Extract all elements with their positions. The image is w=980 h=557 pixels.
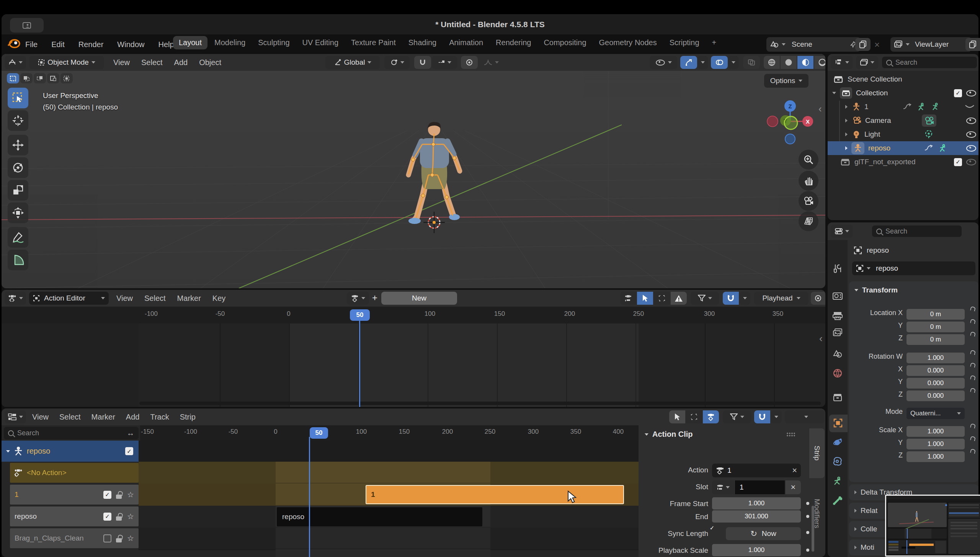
pivot-point-selector[interactable]: [384, 56, 410, 69]
menu-select[interactable]: Select: [141, 58, 163, 67]
tool-rotate[interactable]: [8, 157, 28, 178]
snap-toggle[interactable]: [723, 292, 739, 305]
rotation-x-field[interactable]: 0.000: [906, 365, 965, 376]
tab-layout[interactable]: Layout: [173, 36, 207, 49]
orientation-selector[interactable]: Global: [325, 56, 380, 69]
expand-icon[interactable]: [6, 450, 10, 452]
channel-checkbox[interactable]: [125, 447, 133, 455]
hide-channels-toggle[interactable]: [654, 292, 670, 305]
tool-move[interactable]: [8, 135, 28, 155]
tab-collection-props[interactable]: [833, 393, 842, 402]
menu-add[interactable]: Add: [126, 413, 140, 421]
nla-object-channel[interactable]: reposo: [2, 441, 139, 462]
tab-physics[interactable]: [833, 457, 842, 466]
only-selected-toggle[interactable]: [637, 292, 653, 305]
select-tweak-button[interactable]: [7, 73, 19, 83]
only-selected-toggle[interactable]: [669, 410, 685, 423]
tab-view-layer[interactable]: [833, 328, 843, 337]
hide-icon[interactable]: [966, 90, 976, 96]
tab-bone[interactable]: [833, 496, 842, 505]
transform-panel-header[interactable]: Transform: [854, 286, 898, 294]
new-viewlayer-button[interactable]: [965, 38, 980, 51]
gizmo-toggle[interactable]: [680, 56, 697, 69]
sidebar-tab-strip[interactable]: Strip: [809, 428, 825, 478]
pan-button[interactable]: [799, 171, 818, 191]
outliner-row-gltf[interactable]: glTF_not_exported: [828, 155, 978, 169]
zoom-button[interactable]: [799, 150, 818, 170]
sidebar-tab-modifiers[interactable]: Modifiers: [809, 481, 825, 546]
playhead-snap-dropdown[interactable]: [785, 410, 825, 423]
scale-x-field[interactable]: 1.000: [906, 426, 965, 437]
dopesheet-mode-selector[interactable]: Action Editor: [29, 292, 109, 305]
falloff-dropdown[interactable]: [479, 56, 503, 69]
menu-marker[interactable]: Marker: [177, 294, 201, 303]
playhead-frame-badge[interactable]: 50: [350, 309, 370, 321]
tab-rendering[interactable]: Rendering: [490, 36, 537, 49]
menu-edit[interactable]: Edit: [51, 40, 64, 49]
expand-icon[interactable]: [832, 92, 836, 94]
editor-type-button[interactable]: [5, 292, 26, 305]
snap-dropdown[interactable]: [740, 292, 750, 305]
rotation-y-field[interactable]: 0.000: [906, 378, 965, 389]
outliner-row-light[interactable]: Light: [828, 127, 978, 141]
only-slot-channels-toggle[interactable]: [620, 292, 636, 305]
shading-wireframe-button[interactable]: [764, 56, 780, 69]
tab-texture-paint[interactable]: Texture Paint: [345, 36, 402, 49]
playhead-frame-badge[interactable]: 50: [310, 427, 328, 439]
snap-dropdown[interactable]: [771, 410, 782, 423]
tab-shading[interactable]: Shading: [403, 36, 442, 49]
object-name-field[interactable]: reposo: [852, 261, 975, 275]
collection-checkbox[interactable]: [954, 158, 962, 166]
visibility-dropdown[interactable]: [650, 56, 677, 69]
select-circle-button[interactable]: [34, 73, 46, 83]
show-strip-curves-toggle[interactable]: [703, 410, 719, 423]
playback-scale-field[interactable]: 1.000: [712, 544, 801, 556]
filter-dropdown[interactable]: [723, 410, 751, 423]
location-x-field[interactable]: 0 m: [906, 309, 965, 320]
track-mute-checkbox[interactable]: [103, 534, 111, 542]
lock-icon[interactable]: [116, 495, 122, 499]
tab-compositing[interactable]: Compositing: [538, 36, 592, 49]
menu-view[interactable]: View: [113, 58, 130, 67]
tool-transform[interactable]: [8, 203, 28, 223]
action-field[interactable]: 1 ×: [712, 464, 801, 477]
character-model[interactable]: [398, 118, 470, 241]
tab-constraints[interactable]: [833, 438, 842, 447]
scale-y-field[interactable]: 1.000: [906, 439, 965, 449]
tab-modeling[interactable]: Modeling: [209, 36, 251, 49]
hide-icon[interactable]: [966, 159, 976, 165]
tab-geometry-nodes[interactable]: Geometry Nodes: [593, 36, 663, 49]
sidebar-collapse-arrow[interactable]: ‹: [818, 103, 822, 115]
outliner-row-reposo[interactable]: reposo: [828, 141, 978, 155]
tab-tool[interactable]: [833, 264, 842, 274]
tab-render[interactable]: [833, 291, 843, 301]
menu-marker[interactable]: Marker: [91, 413, 115, 421]
nla-track-brag[interactable]: Brag_n_Claps_Clean ☆: [10, 528, 139, 548]
tab-sculpting[interactable]: Sculpting: [252, 36, 295, 49]
tab-animation[interactable]: Animation: [443, 36, 489, 49]
proportional-editing-toggle[interactable]: [461, 56, 478, 69]
outliner-row-scene-collection[interactable]: Scene Collection: [828, 72, 978, 86]
dopesheet-ruler[interactable]: -100 -50 0 100 150 200 250 300 350 50: [2, 307, 825, 323]
animate-dot[interactable]: [806, 502, 809, 505]
shading-solid-button[interactable]: [781, 56, 797, 69]
menu-render[interactable]: Render: [78, 40, 104, 49]
panel-grip-icon[interactable]: [786, 432, 796, 437]
plus-icon[interactable]: +: [372, 292, 377, 303]
tab-scripting[interactable]: Scripting: [664, 36, 705, 49]
proportional-editing-toggle[interactable]: [811, 292, 825, 305]
menu-key[interactable]: Key: [212, 294, 225, 303]
outliner-search-input[interactable]: Search: [882, 57, 977, 68]
tool-select-box[interactable]: [8, 88, 28, 108]
end-field[interactable]: 301.000: [712, 510, 801, 523]
outliner-display-mode-button[interactable]: [856, 56, 878, 69]
tool-cursor[interactable]: [8, 110, 28, 131]
orthographic-toggle-button[interactable]: [799, 211, 818, 231]
xray-toggle[interactable]: [743, 56, 760, 69]
animate-dot[interactable]: [806, 531, 809, 534]
rotation-w-field[interactable]: 1.000: [906, 353, 965, 363]
hide-icon[interactable]: [966, 118, 976, 124]
solo-star-icon[interactable]: ☆: [127, 491, 134, 498]
hide-icon[interactable]: [966, 131, 976, 138]
new-scene-button[interactable]: [855, 38, 871, 51]
